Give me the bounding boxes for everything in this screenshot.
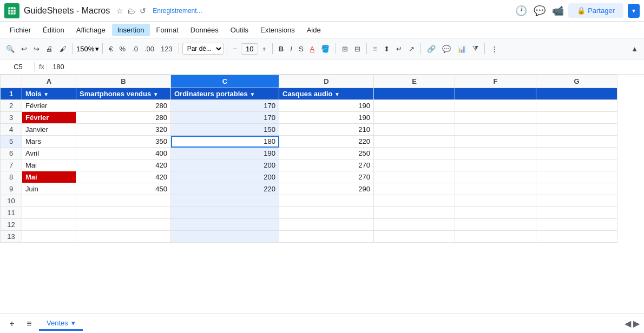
menu-affichage[interactable]: Affichage xyxy=(71,24,111,36)
cell-g9[interactable] xyxy=(536,183,617,195)
history-icon[interactable]: ↺ xyxy=(140,6,146,15)
cell-c1[interactable]: Ordinateurs portables ▼ xyxy=(171,88,279,100)
cell-c2[interactable]: 170 xyxy=(171,100,279,112)
font-size-increase-button[interactable]: + xyxy=(259,43,269,55)
font-size-decrease-button[interactable]: − xyxy=(231,43,240,55)
menu-fichier[interactable]: Fichier xyxy=(4,24,36,36)
cell-c5[interactable]: 180 xyxy=(171,136,279,148)
cell-e13[interactable] xyxy=(374,231,455,243)
cell-reference[interactable]: C5 xyxy=(2,62,35,72)
menu-format[interactable]: Format xyxy=(151,24,184,36)
more-button[interactable]: ⋮ xyxy=(488,43,501,55)
cell-f8[interactable] xyxy=(455,171,536,183)
cell-a9[interactable]: Juin xyxy=(22,183,76,195)
zoom-control[interactable]: 150% ▾ xyxy=(76,45,99,53)
chart-button[interactable]: 📊 xyxy=(455,43,469,55)
video-icon[interactable]: 📹 xyxy=(552,5,564,17)
cell-g6[interactable] xyxy=(536,148,617,159)
cell-g5[interactable] xyxy=(536,136,617,148)
borders-button[interactable]: ⊞ xyxy=(339,43,351,55)
sheet-menu-button[interactable]: ≡ xyxy=(22,316,37,331)
cell-f11[interactable] xyxy=(455,207,536,219)
font-family-select[interactable]: Par dé... xyxy=(182,43,224,55)
cell-f10[interactable] xyxy=(455,195,536,207)
menu-outils[interactable]: Outils xyxy=(225,24,254,36)
cell-d12[interactable] xyxy=(279,219,374,231)
wrap-button[interactable]: ↵ xyxy=(393,43,405,55)
cell-e9[interactable] xyxy=(374,183,455,195)
cell-b9[interactable]: 450 xyxy=(76,183,171,195)
paint-format-button[interactable]: 🖌 xyxy=(57,43,69,55)
cell-d5[interactable]: 220 xyxy=(279,136,374,148)
format-num-button[interactable]: 123 xyxy=(158,43,175,55)
cell-a1[interactable]: Mois ▼ xyxy=(22,88,76,100)
col-header-a[interactable]: A xyxy=(22,75,76,88)
cell-f9[interactable] xyxy=(455,183,536,195)
col-header-e[interactable]: E xyxy=(374,75,455,88)
cell-g2[interactable] xyxy=(536,100,617,112)
cell-f12[interactable] xyxy=(455,219,536,231)
star-icon[interactable]: ☆ xyxy=(116,6,123,15)
fill-color-button[interactable]: 🪣 xyxy=(318,43,332,55)
cell-g4[interactable] xyxy=(536,124,617,136)
menu-insertion[interactable]: Insertion xyxy=(112,24,150,36)
decimal-dec-button[interactable]: .0 xyxy=(129,43,141,55)
cell-f5[interactable] xyxy=(455,136,536,148)
cell-b6[interactable]: 400 xyxy=(76,148,171,159)
cell-d11[interactable] xyxy=(279,207,374,219)
decimal-inc-button[interactable]: .00 xyxy=(142,43,157,55)
cell-c6[interactable]: 190 xyxy=(171,148,279,159)
search-button[interactable]: 🔍 xyxy=(3,43,17,55)
cell-a7[interactable]: Mai xyxy=(22,159,76,171)
redo-button[interactable]: ↪ xyxy=(31,43,42,55)
cell-c12[interactable] xyxy=(171,219,279,231)
cell-d4[interactable]: 210 xyxy=(279,124,374,136)
cell-a4[interactable]: Janvier xyxy=(22,124,76,136)
cell-c7[interactable]: 200 xyxy=(171,159,279,171)
cell-g11[interactable] xyxy=(536,207,617,219)
cell-a8[interactable]: Mai xyxy=(22,171,76,183)
cell-a3[interactable]: Février xyxy=(22,112,76,124)
col-header-d[interactable]: D xyxy=(279,75,374,88)
cell-c11[interactable] xyxy=(171,207,279,219)
cell-g8[interactable] xyxy=(536,171,617,183)
sheet-tab-ventes[interactable]: Ventes ▾ xyxy=(39,317,83,331)
bold-button[interactable]: B xyxy=(276,43,286,55)
collapse-button[interactable]: ▲ xyxy=(628,43,641,55)
menu-extensions[interactable]: Extensions xyxy=(255,24,300,36)
add-sheet-button[interactable]: + xyxy=(4,316,19,331)
cell-b11[interactable] xyxy=(76,207,171,219)
rotate-button[interactable]: ↗ xyxy=(406,43,417,55)
scroll-right-icon[interactable]: ▶ xyxy=(633,318,640,329)
menu-aide[interactable]: Aide xyxy=(301,24,326,36)
cell-f2[interactable] xyxy=(455,100,536,112)
cell-a11[interactable] xyxy=(22,207,76,219)
cell-d3[interactable]: 190 xyxy=(279,112,374,124)
cell-g3[interactable] xyxy=(536,112,617,124)
align-button[interactable]: ≡ xyxy=(370,43,380,55)
cell-f3[interactable] xyxy=(455,112,536,124)
menu-edition[interactable]: Édition xyxy=(37,24,70,36)
italic-button[interactable]: I xyxy=(287,43,295,55)
cell-d7[interactable]: 270 xyxy=(279,159,374,171)
col-header-g[interactable]: G xyxy=(536,75,617,88)
cell-g1[interactable] xyxy=(536,88,617,100)
cell-g13[interactable] xyxy=(536,231,617,243)
cell-e4[interactable] xyxy=(374,124,455,136)
cell-e11[interactable] xyxy=(374,207,455,219)
col-header-f[interactable]: F xyxy=(455,75,536,88)
share-button[interactable]: 🔒 Partager xyxy=(568,3,623,18)
cell-b8[interactable]: 420 xyxy=(76,171,171,183)
text-color-button[interactable]: A xyxy=(307,43,318,55)
cell-f6[interactable] xyxy=(455,148,536,159)
cell-c4[interactable]: 150 xyxy=(171,124,279,136)
cell-a10[interactable] xyxy=(22,195,76,207)
sheet-tab-dropdown-icon[interactable]: ▾ xyxy=(71,319,75,327)
cell-d9[interactable]: 290 xyxy=(279,183,374,195)
cell-c3[interactable]: 170 xyxy=(171,112,279,124)
cell-b13[interactable] xyxy=(76,231,171,243)
cell-a2[interactable]: Février xyxy=(22,100,76,112)
cell-c8[interactable]: 200 xyxy=(171,171,279,183)
cell-d2[interactable]: 190 xyxy=(279,100,374,112)
currency-button[interactable]: € xyxy=(106,43,115,55)
